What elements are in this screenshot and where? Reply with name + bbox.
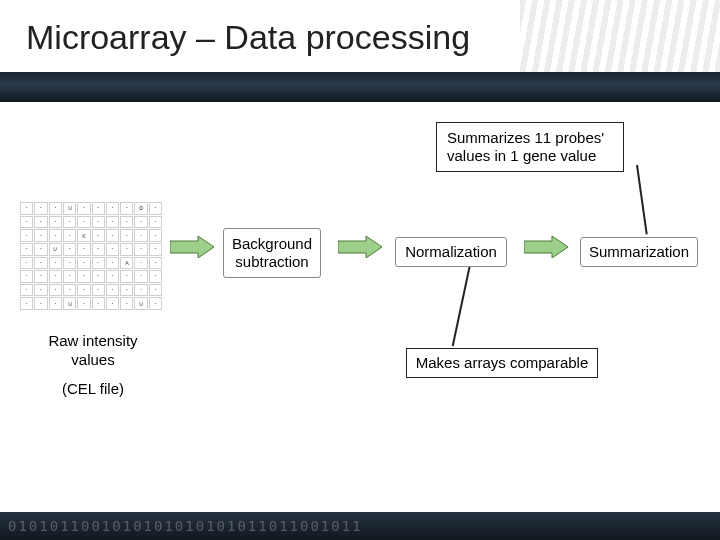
microarray-cell: ᴋ [77,229,90,242]
svg-marker-2 [524,236,568,258]
header-strip [0,72,720,102]
step-background-subtraction: Background subtraction [223,228,321,278]
microarray-cell: · [92,297,105,310]
microarray-cell: · [92,229,105,242]
microarray-cell: · [134,257,147,270]
microarray-cell: · [20,270,33,283]
svg-marker-1 [338,236,382,258]
microarray-cell: · [106,297,119,310]
microarray-cell: ᴜ [49,243,62,256]
callout-summarize: Summarizes 11 probes' values in 1 gene v… [436,122,624,172]
microarray-cell: · [63,284,76,297]
microarray-cell: · [106,202,119,215]
microarray-cell: · [149,297,162,310]
callout-comparable: Makes arrays comparable [406,348,598,378]
microarray-cell: · [77,243,90,256]
microarray-cell: · [77,257,90,270]
microarray-cell: · [120,284,133,297]
microarray-cell: · [20,257,33,270]
microarray-cell: · [49,257,62,270]
microarray-cell: · [149,229,162,242]
microarray-cell: · [63,243,76,256]
microarray-cell: · [120,243,133,256]
step-summarization: Summarization [580,237,698,267]
arrow-icon [524,236,568,258]
microarray-cell: · [77,270,90,283]
microarray-cell: · [34,257,47,270]
microarray-cell: · [106,284,119,297]
microarray-cell: ᴜ [134,297,147,310]
microarray-cell: · [20,202,33,215]
microarray-cell: · [92,202,105,215]
microarray-cell: · [20,243,33,256]
microarray-cell: · [106,229,119,242]
microarray-cell: · [63,216,76,229]
microarray-cell: · [149,243,162,256]
microarray-cell: · [77,216,90,229]
microarray-cell: · [149,270,162,283]
cel-file-label: (CEL file) [28,380,158,399]
microarray-cell: · [34,229,47,242]
microarray-cell: · [34,202,47,215]
microarray-cell: · [149,202,162,215]
svg-marker-0 [170,236,214,258]
microarray-cell: · [20,216,33,229]
microarray-cell: · [134,229,147,242]
microarray-cell: · [92,284,105,297]
connector-summarize-to-summarization [636,165,648,235]
microarray-cell: · [149,284,162,297]
microarray-cell: · [20,284,33,297]
microarray-cell: · [20,297,33,310]
microarray-cell: · [149,257,162,270]
microarray-cell: · [134,284,147,297]
microarray-cell: · [49,216,62,229]
microarray-cell: · [63,270,76,283]
arrow-icon [338,236,382,258]
microarray-cell: ᴜ [63,297,76,310]
microarray-cell: · [120,216,133,229]
microarray-cell: · [77,284,90,297]
microarray-cell: · [134,216,147,229]
raw-intensity-label-block: Raw intensity values (CEL file) [28,332,158,398]
microarray-cell: · [134,243,147,256]
microarray-cell: · [120,297,133,310]
microarray-cell: · [77,202,90,215]
microarray-cell: · [49,270,62,283]
microarray-cell: · [120,202,133,215]
microarray-cell: · [92,216,105,229]
microarray-cell: · [49,229,62,242]
microarray-cell: · [92,270,105,283]
microarray-cell: · [92,243,105,256]
microarray-cell: · [34,216,47,229]
microarray-cell: · [120,270,133,283]
microarray-cell: · [20,229,33,242]
microarray-cell: · [106,257,119,270]
microarray-grid: ···ᴜ····ᴏ···············ᴋ·······ᴜ·······… [20,202,162,310]
footer-decoration: 0101011001010101010101011011001011 [0,512,720,540]
microarray-cell: ᴀ [120,257,133,270]
microarray-cell: · [34,243,47,256]
microarray-cell: · [77,297,90,310]
raw-intensity-label: Raw intensity values [28,332,158,370]
microarray-cell: ᴏ [134,202,147,215]
microarray-cell: · [92,257,105,270]
page-title: Microarray – Data processing [26,18,470,57]
step-normalization: Normalization [395,237,507,267]
microarray-cell: · [49,297,62,310]
microarray-cell: · [106,243,119,256]
microarray-cell: ᴜ [63,202,76,215]
arrow-icon [170,236,214,258]
microarray-cell: · [34,284,47,297]
microarray-cell: · [49,202,62,215]
microarray-cell: · [49,284,62,297]
microarray-cell: · [106,270,119,283]
microarray-cell: · [120,229,133,242]
connector-normalization-to-comparable [452,260,472,346]
microarray-cell: · [63,229,76,242]
microarray-cell: · [34,270,47,283]
microarray-cell: · [106,216,119,229]
microarray-cell: · [134,270,147,283]
microarray-cell: · [63,257,76,270]
microarray-cell: · [34,297,47,310]
microarray-cell: · [149,216,162,229]
